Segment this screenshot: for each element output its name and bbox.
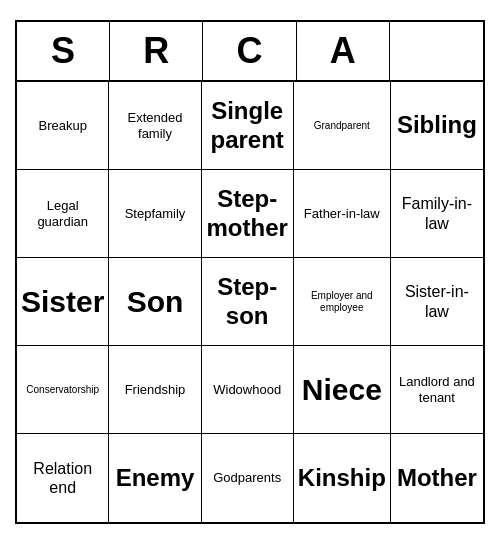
- cell-text-r3-c2: Widowhood: [213, 382, 281, 398]
- cell-text-r4-c0: Relation end: [21, 459, 104, 497]
- cell-text-r0-c0: Breakup: [38, 118, 86, 134]
- cell-text-r2-c3: Employer and employee: [298, 290, 386, 314]
- cell-r2-c3: Employer and employee: [294, 258, 391, 346]
- cell-text-r1-c1: Stepfamily: [125, 206, 186, 222]
- cell-r3-c4: Landlord and tenant: [391, 346, 483, 434]
- bingo-card: S R C A BreakupExtended familySingle par…: [15, 20, 485, 524]
- cell-r3-c3: Niece: [294, 346, 391, 434]
- bingo-header: S R C A: [17, 22, 483, 82]
- cell-r2-c1: Son: [109, 258, 201, 346]
- cell-r1-c2: Step-mother: [202, 170, 294, 258]
- cell-text-r2-c0: Sister: [21, 284, 104, 320]
- cell-text-r2-c4: Sister-in-law: [395, 282, 479, 320]
- cell-r0-c2: Single parent: [202, 82, 294, 170]
- cell-text-r4-c3: Kinship: [298, 464, 386, 493]
- bingo-grid: BreakupExtended familySingle parentGrand…: [17, 82, 483, 522]
- cell-text-r3-c3: Niece: [302, 372, 382, 408]
- cell-text-r4-c4: Mother: [397, 464, 477, 493]
- cell-r0-c3: Grandparent: [294, 82, 391, 170]
- cell-text-r1-c0: Legal guardian: [21, 198, 104, 229]
- cell-text-r3-c1: Friendship: [125, 382, 186, 398]
- cell-text-r1-c2: Step-mother: [206, 185, 289, 243]
- cell-r0-c0: Breakup: [17, 82, 109, 170]
- header-r: R: [110, 22, 203, 80]
- header-empty: [390, 22, 483, 80]
- cell-r1-c1: Stepfamily: [109, 170, 201, 258]
- cell-r4-c4: Mother: [391, 434, 483, 522]
- cell-text-r0-c2: Single parent: [206, 97, 289, 155]
- cell-r4-c3: Kinship: [294, 434, 391, 522]
- cell-text-r2-c2: Step-son: [206, 273, 289, 331]
- cell-text-r2-c1: Son: [127, 284, 184, 320]
- cell-text-r4-c1: Enemy: [116, 464, 195, 493]
- cell-r2-c4: Sister-in-law: [391, 258, 483, 346]
- cell-text-r1-c4: Family-in-law: [395, 194, 479, 232]
- cell-text-r3-c4: Landlord and tenant: [395, 374, 479, 405]
- cell-text-r1-c3: Father-in-law: [304, 206, 380, 222]
- cell-r0-c4: Sibling: [391, 82, 483, 170]
- cell-r4-c0: Relation end: [17, 434, 109, 522]
- cell-r4-c1: Enemy: [109, 434, 201, 522]
- cell-text-r4-c2: Godparents: [213, 470, 281, 486]
- cell-r2-c0: Sister: [17, 258, 109, 346]
- cell-r1-c3: Father-in-law: [294, 170, 391, 258]
- cell-r3-c2: Widowhood: [202, 346, 294, 434]
- cell-text-r0-c3: Grandparent: [314, 120, 370, 132]
- cell-r2-c2: Step-son: [202, 258, 294, 346]
- cell-r3-c0: Conservatorship: [17, 346, 109, 434]
- cell-r0-c1: Extended family: [109, 82, 201, 170]
- header-s: S: [17, 22, 110, 80]
- header-a: A: [297, 22, 390, 80]
- cell-text-r0-c1: Extended family: [113, 110, 196, 141]
- cell-r3-c1: Friendship: [109, 346, 201, 434]
- cell-text-r3-c0: Conservatorship: [26, 384, 99, 396]
- cell-r4-c2: Godparents: [202, 434, 294, 522]
- cell-r1-c4: Family-in-law: [391, 170, 483, 258]
- cell-text-r0-c4: Sibling: [397, 111, 477, 140]
- cell-r1-c0: Legal guardian: [17, 170, 109, 258]
- header-c: C: [203, 22, 296, 80]
